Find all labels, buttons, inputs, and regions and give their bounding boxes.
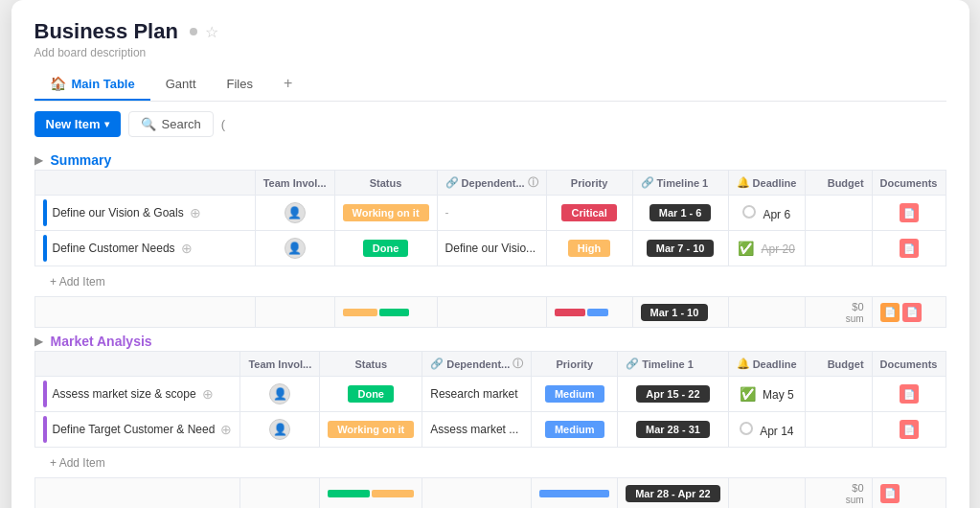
home-icon: 🏠 [50, 76, 66, 91]
row-status[interactable]: Done [334, 231, 437, 266]
add-row-icon[interactable]: ⊕ [181, 241, 193, 256]
progress-row: Mar 28 - Apr 22 $0sum 📄 [34, 478, 946, 509]
group-summary-title[interactable]: Summary [51, 152, 112, 168]
summary-table: Team Invol... Status 🔗 Dependent... ⓘ Pr… [34, 170, 946, 328]
group-market-analysis: ▶ Market Analysis Team Invol... Status 🔗… [34, 328, 946, 508]
new-item-button[interactable]: New Item ▾ [34, 111, 121, 137]
row-dependent: - [437, 196, 546, 231]
status-badge: Done [348, 385, 394, 403]
market-table: Team Invol... Status 🔗 Dependent... ⓘ Pr… [34, 351, 946, 508]
row-budget [805, 231, 872, 266]
add-row-icon[interactable]: ⊕ [202, 386, 214, 402]
tab-files[interactable]: Files [212, 69, 268, 101]
row-status[interactable]: Done [320, 377, 422, 412]
th-deadline: 🔔 Deadline [728, 352, 805, 377]
row-timeline: Mar 28 - 31 [618, 412, 728, 448]
tab-gantt[interactable]: Gantt [150, 69, 212, 101]
search-button[interactable]: 🔍 Search [128, 111, 214, 137]
row-timeline: Mar 1 - 6 [632, 196, 728, 231]
row-team: 👤 [255, 231, 334, 266]
empty-circle-icon [740, 422, 753, 435]
th-status: Status [334, 171, 437, 196]
table-row: Assess market size & scope ⊕ 👤 Done Rese… [34, 377, 946, 412]
progress-cell-team [255, 297, 334, 328]
avatar: 👤 [285, 238, 306, 259]
row-budget [805, 196, 872, 231]
row-deadline: Apr 6 [728, 196, 805, 231]
th-team: Team Invol... [240, 352, 320, 377]
add-item-link[interactable]: + Add Item [42, 452, 113, 473]
row-docs[interactable]: 📄 [872, 377, 946, 412]
group-summary: ▶ Summary Team Invol... Status 🔗 Depende… [34, 147, 946, 328]
row-dependent: Define our Visio... [437, 231, 546, 266]
th-team: Team Invol... [255, 171, 334, 196]
row-team: 👤 [255, 196, 334, 231]
doc-icon: 📄 [880, 484, 900, 503]
priority-badge: High [568, 240, 610, 257]
market-table-wrap: Team Invol... Status 🔗 Dependent... ⓘ Pr… [34, 351, 946, 508]
row-docs[interactable]: 📄 [872, 196, 946, 231]
group-summary-header: ▶ Summary [34, 147, 946, 170]
group-market-header: ▶ Market Analysis [34, 328, 946, 351]
progress-cell-timeline: Mar 1 - 10 [632, 297, 728, 328]
add-row-icon[interactable]: ⊕ [190, 205, 201, 220]
dot-icon [190, 28, 197, 35]
row-item-name: Assess market size & scope ⊕ [34, 377, 240, 412]
row-deadline: ✅ May 5 [728, 377, 805, 412]
row-docs[interactable]: 📄 [872, 412, 946, 448]
priority-badge: Critical [561, 204, 616, 221]
avatar: 👤 [285, 202, 306, 223]
check-circle-icon: ✅ [740, 386, 756, 402]
row-item-name: Define our Vision & Goals ⊕ [34, 196, 255, 231]
row-team: 👤 [240, 377, 320, 412]
th-timeline1: 🔗 Timeline 1 [632, 171, 728, 196]
th-item [34, 171, 255, 196]
table-row: Define our Vision & Goals ⊕ 👤 Working on… [34, 196, 946, 231]
group-market-title[interactable]: Market Analysis [51, 334, 152, 349]
tab-add[interactable]: + [268, 67, 308, 102]
priority-badge: Medium [545, 385, 604, 403]
th-budget: Budget [805, 171, 872, 196]
collapse-icon[interactable]: ▶ [34, 153, 43, 167]
row-status[interactable]: Working on it [320, 412, 422, 448]
market-timeline-total: Mar 28 - Apr 22 [626, 485, 719, 502]
th-dependent: 🔗 Dependent... ⓘ [422, 352, 532, 377]
add-item-row[interactable]: + Add Item [34, 448, 946, 478]
group-color-indicator [43, 416, 47, 443]
status-badge: Working on it [343, 204, 429, 221]
add-row-icon[interactable]: ⊕ [220, 422, 232, 437]
row-docs[interactable]: 📄 [872, 231, 946, 266]
progress-cell-docs: 📄 📄 [872, 297, 946, 328]
table-row: Define Customer Needs ⊕ 👤 Done Define ou… [34, 231, 946, 266]
add-item-link[interactable]: + Add Item [42, 271, 113, 292]
title-row: Business Plan ☆ [34, 19, 946, 44]
add-item-cell[interactable]: + Add Item [34, 266, 946, 297]
tab-main-table[interactable]: 🏠 Main Table [34, 68, 150, 101]
th-priority: Priority [546, 171, 632, 196]
row-status[interactable]: Working on it [334, 196, 437, 231]
row-priority[interactable]: High [546, 231, 632, 266]
add-item-cell[interactable]: + Add Item [34, 448, 946, 478]
row-item-name: Define Customer Needs ⊕ [34, 231, 255, 266]
collapse-icon[interactable]: ▶ [34, 335, 43, 348]
row-priority[interactable]: Medium [532, 377, 618, 412]
summary-timeline-total: Mar 1 - 10 [641, 304, 709, 321]
th-priority: Priority [532, 352, 618, 377]
dropdown-arrow-icon: ▾ [104, 119, 109, 129]
th-documents: Documents [872, 352, 946, 377]
th-timeline1: 🔗 Timeline 1 [618, 352, 728, 377]
doc-icon: 📄 [900, 203, 919, 222]
star-icon[interactable]: ☆ [205, 23, 218, 41]
doc-icon: 📄 [880, 303, 900, 322]
add-item-row[interactable]: + Add Item [34, 266, 946, 297]
board-description[interactable]: Add board description [34, 46, 946, 59]
row-budget [805, 412, 872, 448]
th-documents: Documents [872, 171, 946, 196]
row-priority[interactable]: Medium [532, 412, 618, 448]
doc-icon: 📄 [900, 420, 919, 439]
progress-cell-item [34, 297, 255, 328]
search-icon: 🔍 [141, 117, 156, 131]
status-badge: Done [363, 240, 409, 257]
row-timeline: Mar 7 - 10 [632, 231, 728, 266]
row-priority[interactable]: Critical [546, 196, 632, 231]
